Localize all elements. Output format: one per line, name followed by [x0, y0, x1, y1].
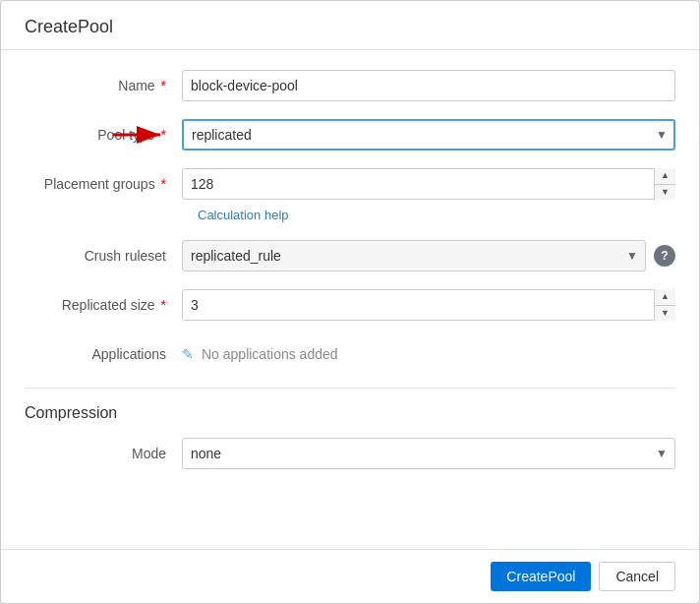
applications-label: Applications [25, 338, 182, 370]
applications-field-group: Applications ✎ No applications added [25, 338, 675, 370]
mode-select-wrap: none aggressive passive force ▼ [182, 438, 675, 469]
replicated-size-decrement[interactable]: ▼ [655, 306, 675, 322]
no-applications-text: No applications added [202, 346, 338, 362]
crush-ruleset-select[interactable]: replicated_rule [182, 240, 646, 272]
mode-field-group: Mode none aggressive passive force ▼ [25, 438, 675, 469]
placement-groups-spinner: ▲ ▼ [182, 168, 675, 200]
create-pool-dialog: CreatePool Name * Pool type * [0, 0, 700, 604]
pool-type-select-wrapper: replicated erasure ▼ [182, 119, 675, 151]
replicated-size-required: * [161, 297, 166, 313]
placement-groups-input[interactable] [182, 168, 675, 200]
pool-type-label: Pool type * [25, 119, 182, 151]
pool-type-select[interactable]: replicated erasure [182, 119, 675, 151]
crush-ruleset-select-wrap: replicated_rule ▼ [182, 240, 646, 272]
name-field-group: Name * [25, 70, 675, 101]
placement-groups-increment[interactable]: ▲ [655, 168, 675, 185]
placement-groups-field-group: Placement groups * ▲ ▼ [25, 168, 675, 200]
placement-groups-required: * [161, 176, 166, 192]
replicated-size-spinner: ▲ ▼ [182, 289, 675, 321]
name-required: * [161, 78, 166, 93]
replicated-size-label: Replicated size * [25, 289, 182, 321]
mode-select[interactable]: none aggressive passive force [182, 438, 675, 469]
crush-ruleset-help-icon[interactable]: ? [654, 245, 675, 267]
replicated-size-increment[interactable]: ▲ [655, 289, 675, 306]
replicated-size-field-group: Replicated size * ▲ ▼ [25, 289, 675, 321]
name-input[interactable] [182, 70, 675, 101]
crush-ruleset-label: Crush ruleset [25, 240, 182, 272]
calculation-help-link[interactable]: Calculation help [198, 208, 675, 222]
name-label: Name * [25, 70, 182, 101]
placement-groups-label: Placement groups * [25, 168, 182, 200]
create-pool-button[interactable]: CreatePool [491, 562, 591, 591]
dialog-footer: CreatePool Cancel [1, 549, 699, 603]
placement-groups-spinner-buttons: ▲ ▼ [654, 168, 675, 200]
compression-section-title: Compression [25, 404, 675, 422]
cancel-button[interactable]: Cancel [599, 562, 675, 591]
pool-type-required: * [161, 127, 166, 143]
applications-edit-icon[interactable]: ✎ [182, 346, 194, 362]
applications-wrapper: ✎ No applications added [182, 346, 675, 362]
placement-groups-decrement[interactable]: ▼ [655, 185, 675, 201]
mode-label: Mode [25, 438, 182, 469]
dialog-title: CreatePool [25, 17, 675, 37]
crush-ruleset-field-group: Crush ruleset replicated_rule ▼ ? [25, 240, 675, 272]
pool-type-field-group: Pool type * replicated erasure [25, 119, 675, 151]
replicated-size-spinner-buttons: ▲ ▼ [654, 289, 675, 321]
dialog-body: Name * Pool type * [1, 50, 699, 549]
section-divider [25, 388, 675, 389]
dialog-header: CreatePool [1, 1, 699, 50]
crush-ruleset-wrapper: replicated_rule ▼ ? [182, 240, 675, 272]
replicated-size-input[interactable] [182, 289, 675, 321]
